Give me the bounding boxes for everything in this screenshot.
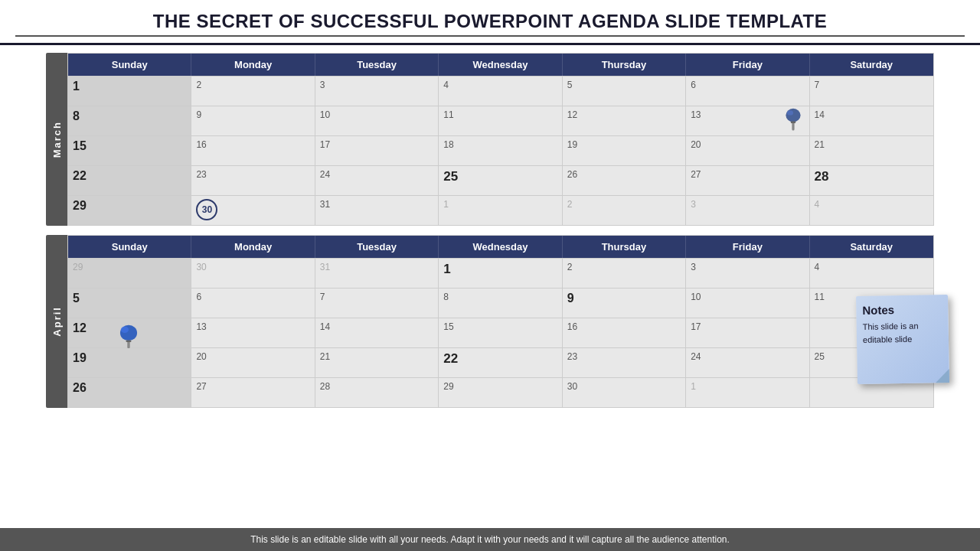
cal-cell: 24 bbox=[686, 348, 809, 377]
march-header-wed: Wednesday bbox=[439, 54, 562, 76]
march-header-fri: Friday bbox=[686, 54, 809, 76]
sticky-note: Notes This slide is an editable slide bbox=[856, 295, 949, 384]
march-month-label: March bbox=[51, 121, 63, 158]
cal-cell-12-april: 12 bbox=[68, 318, 191, 347]
april-header-fri: Friday bbox=[686, 236, 809, 258]
april-header-wed: Wednesday bbox=[439, 236, 562, 258]
april-row-3: 12 13 14 15 16 bbox=[68, 318, 933, 347]
cal-cell: 15 bbox=[439, 318, 562, 347]
cal-cell: 1 bbox=[439, 196, 562, 225]
cal-cell: 30 bbox=[191, 259, 315, 288]
title-underline bbox=[15, 35, 965, 37]
cal-cell: 6 bbox=[686, 77, 809, 106]
cal-cell: 4 bbox=[810, 196, 933, 225]
cal-cell: 21 bbox=[315, 348, 439, 377]
cal-cell: 16 bbox=[191, 136, 315, 165]
april-header-mon: Monday bbox=[191, 236, 315, 258]
cal-cell: 23 bbox=[563, 348, 686, 377]
cal-cell-30: 30 bbox=[191, 196, 315, 225]
cal-cell: 18 bbox=[439, 136, 562, 165]
april-row-1: 29 30 31 1 2 3 4 bbox=[68, 258, 933, 288]
pushpin-icon bbox=[783, 108, 803, 132]
cal-cell: 26 bbox=[563, 166, 686, 195]
svg-rect-3 bbox=[790, 122, 795, 123]
cal-cell: 19 bbox=[563, 136, 686, 165]
march-header-row: Sunday Monday Tuesday Wednesday Thursday… bbox=[68, 54, 933, 76]
cal-cell: 12 bbox=[563, 106, 686, 135]
cal-cell-13-march: 13 bbox=[686, 106, 809, 135]
april-header-row: Sunday Monday Tuesday Wednesday Thursday… bbox=[68, 236, 933, 258]
cal-cell: 1 bbox=[439, 259, 562, 288]
cal-cell: 3 bbox=[686, 259, 809, 288]
cal-cell: 2 bbox=[191, 77, 315, 106]
slide-container: The Secret of Successful POWERPOINT AGEN… bbox=[0, 0, 980, 551]
cal-cell: 10 bbox=[686, 289, 809, 318]
svg-point-1 bbox=[787, 110, 793, 115]
april-row-2: 5 6 7 8 9 10 11 bbox=[68, 288, 933, 318]
cal-cell: 4 bbox=[810, 259, 933, 288]
march-grid: Sunday Monday Tuesday Wednesday Thursday… bbox=[67, 53, 934, 226]
cal-cell: 8 bbox=[439, 289, 562, 318]
march-header-mon: Monday bbox=[191, 54, 315, 76]
cal-cell: 17 bbox=[686, 318, 809, 347]
cal-cell: 21 bbox=[810, 136, 933, 165]
april-month-label: April bbox=[51, 306, 63, 337]
march-calendar-block: March Sunday Monday Tuesday Wednesday Th… bbox=[46, 53, 934, 226]
cal-cell: 31 bbox=[315, 259, 439, 288]
cal-cell: 4 bbox=[439, 77, 562, 106]
cal-cell: 10 bbox=[315, 106, 439, 135]
april-body: 29 30 31 1 2 3 4 5 6 7 8 9 bbox=[68, 258, 933, 407]
cal-cell: 11 bbox=[439, 106, 562, 135]
march-row-4: 22 23 24 25 26 27 28 bbox=[68, 165, 933, 195]
cal-cell: 2 bbox=[563, 259, 686, 288]
march-header-sun: Sunday bbox=[68, 54, 191, 76]
april-grid: Sunday Monday Tuesday Wednesday Thursday… bbox=[67, 235, 934, 408]
circle-30: 30 bbox=[196, 199, 217, 220]
april-header-thu: Thursday bbox=[563, 236, 686, 258]
cal-cell: 20 bbox=[191, 348, 315, 377]
cal-cell: 22 bbox=[439, 348, 562, 377]
cal-cell: 26 bbox=[68, 378, 191, 407]
svg-rect-7 bbox=[126, 340, 132, 342]
cal-cell-18-april: Notes This slide is an editable slide bbox=[810, 318, 933, 347]
april-row-5: 26 27 28 29 30 1 bbox=[68, 377, 933, 407]
sticky-note-body: This slide is an editable slide bbox=[863, 319, 943, 346]
cal-cell: 25 bbox=[439, 166, 562, 195]
cal-cell: 1 bbox=[68, 77, 191, 106]
cal-cell: 14 bbox=[315, 318, 439, 347]
cal-cell: 15 bbox=[68, 136, 191, 165]
sticky-fold bbox=[936, 369, 949, 383]
svg-rect-2 bbox=[792, 122, 794, 130]
march-body: 1 2 3 4 5 6 7 8 9 10 11 12 bbox=[68, 76, 933, 225]
svg-point-5 bbox=[121, 327, 129, 334]
svg-point-0 bbox=[786, 109, 800, 122]
cal-cell: 19 bbox=[68, 348, 191, 377]
cal-cell: 7 bbox=[810, 77, 933, 106]
cal-cell: 9 bbox=[563, 289, 686, 318]
cal-cell: 7 bbox=[315, 289, 439, 318]
cal-cell: 14 bbox=[810, 106, 933, 135]
cal-cell: 20 bbox=[686, 136, 809, 165]
cal-cell: 5 bbox=[563, 77, 686, 106]
march-row-3: 15 16 17 18 19 20 21 bbox=[68, 135, 933, 165]
cal-cell: 22 bbox=[68, 166, 191, 195]
cal-cell: 6 bbox=[191, 289, 315, 318]
cal-cell: 3 bbox=[315, 77, 439, 106]
cal-cell: 2 bbox=[563, 196, 686, 225]
main-content: March Sunday Monday Tuesday Wednesday Th… bbox=[0, 45, 980, 528]
april-header-sat: Saturday bbox=[810, 236, 933, 258]
pushpin-april-icon bbox=[118, 324, 139, 350]
cal-cell: 28 bbox=[315, 378, 439, 407]
cal-cell: 29 bbox=[68, 196, 191, 225]
cal-cell: 29 bbox=[439, 378, 562, 407]
march-row-5: 29 30 31 1 2 3 4 bbox=[68, 195, 933, 225]
cal-cell: 27 bbox=[686, 166, 809, 195]
sticky-note-title: Notes bbox=[862, 302, 942, 317]
cal-cell: 8 bbox=[68, 106, 191, 135]
march-header-sat: Saturday bbox=[810, 54, 933, 76]
cal-cell: 9 bbox=[191, 106, 315, 135]
slide-title: The Secret of Successful POWERPOINT AGEN… bbox=[15, 11, 965, 32]
cal-cell: 1 bbox=[686, 378, 809, 407]
april-label-container: April bbox=[46, 235, 67, 408]
cal-cell: 24 bbox=[315, 166, 439, 195]
